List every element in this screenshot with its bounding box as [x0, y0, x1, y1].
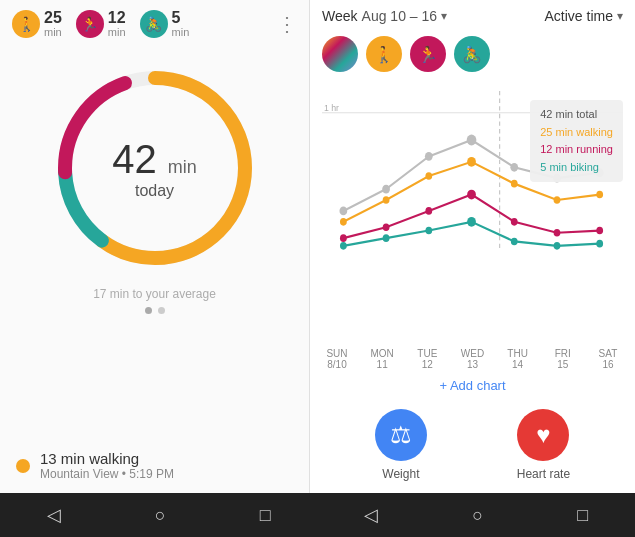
weight-icon: ⚖ [375, 409, 427, 461]
svg-point-17 [467, 157, 476, 167]
more-menu-icon[interactable]: ⋮ [277, 12, 297, 36]
tooltip-walk: 25 min walking [540, 124, 613, 142]
running-value: 12 [108, 10, 126, 26]
circular-progress-chart: 42 min today [45, 58, 265, 278]
week-selector[interactable]: Week Aug 10 – 16 ▾ [322, 8, 447, 24]
add-chart-label: + Add chart [439, 378, 505, 393]
svg-point-10 [467, 135, 477, 146]
svg-point-7 [339, 207, 347, 216]
running-stat[interactable]: 🏃 12 min [76, 10, 126, 38]
left-home-button[interactable]: ○ [155, 505, 166, 526]
running-filter-button[interactable]: 🏃 [410, 36, 446, 72]
right-recents-button[interactable]: □ [577, 505, 588, 526]
circle-today: today [112, 182, 197, 200]
svg-point-19 [554, 196, 561, 204]
heartrate-label: Heart rate [517, 467, 570, 481]
svg-point-33 [554, 242, 561, 250]
svg-text:1 hr: 1 hr [324, 102, 339, 113]
tooltip-bike: 5 min biking [540, 159, 613, 177]
right-back-button[interactable]: ◁ [364, 504, 378, 526]
svg-point-15 [383, 196, 390, 204]
right-home-button[interactable]: ○ [472, 505, 483, 526]
svg-point-14 [340, 218, 347, 226]
walking-stat[interactable]: 🚶 25 min [12, 10, 62, 38]
dot-1 [145, 307, 152, 314]
heartrate-chart-card[interactable]: ♥ Heart rate [517, 409, 570, 481]
biking-unit: min [172, 26, 190, 38]
activity-sub: Mountain View • 5:19 PM [40, 467, 174, 481]
activity-title: 13 min walking [40, 450, 174, 467]
left-recents-button[interactable]: □ [260, 505, 271, 526]
top-stats: 🚶 25 min 🏃 12 min 🚴 5 min [0, 0, 309, 48]
metric-dropdown-icon: ▾ [617, 9, 623, 23]
svg-point-20 [596, 191, 603, 199]
svg-point-23 [425, 207, 432, 215]
week-label: Week [322, 8, 358, 24]
svg-point-21 [340, 234, 347, 242]
heartrate-icon: ♥ [517, 409, 569, 461]
chart-area: 1 hr [310, 80, 635, 352]
svg-point-29 [383, 234, 390, 242]
tooltip-run: 12 min running [540, 141, 613, 159]
week-dropdown-icon: ▾ [441, 9, 447, 23]
svg-point-28 [340, 242, 347, 250]
tooltip-total: 42 min total [540, 106, 613, 124]
metric-selector[interactable]: Active time ▾ [545, 8, 623, 24]
left-nav: ◁ ○ □ [0, 493, 318, 537]
svg-point-30 [425, 227, 432, 235]
running-icon: 🏃 [76, 10, 104, 38]
page-dots [145, 307, 165, 314]
running-unit: min [108, 26, 126, 38]
walking-unit: min [44, 26, 62, 38]
circle-minutes: 42 min [112, 137, 197, 181]
left-panel: 🚶 25 min 🏃 12 min 🚴 5 min [0, 0, 310, 493]
bottom-nav: ◁ ○ □ ◁ ○ □ [0, 493, 635, 537]
week-range: Aug 10 – 16 [362, 8, 438, 24]
svg-point-16 [425, 172, 432, 180]
add-chart-button[interactable]: + Add chart [310, 370, 635, 401]
biking-stat[interactable]: 🚴 5 min [140, 10, 190, 38]
activity-icons-row: 🚶 🏃 🚴 [310, 32, 635, 80]
chart-tooltip: 42 min total 25 min walking 12 min runni… [530, 100, 623, 182]
weight-label: Weight [382, 467, 419, 481]
svg-point-25 [511, 218, 518, 226]
circle-subtitle: 17 min to your average [93, 287, 216, 301]
right-panel: Week Aug 10 – 16 ▾ Active time ▾ 🚶 🏃 🚴 1… [310, 0, 635, 493]
walking-value: 25 [44, 10, 62, 26]
svg-point-34 [596, 240, 603, 248]
weight-chart-card[interactable]: ⚖ Weight [375, 409, 427, 481]
svg-point-32 [511, 238, 518, 246]
extra-charts-row: ⚖ Weight ♥ Heart rate [310, 401, 635, 493]
walking-filter-button[interactable]: 🚶 [366, 36, 402, 72]
biking-icon: 🚴 [140, 10, 168, 38]
svg-point-9 [425, 152, 433, 161]
svg-point-27 [596, 227, 603, 235]
right-nav: ◁ ○ □ [318, 493, 636, 537]
all-activities-button[interactable] [322, 36, 358, 72]
activity-dot [16, 459, 30, 473]
svg-point-8 [382, 185, 390, 194]
activity-row[interactable]: 13 min walking Mountain View • 5:19 PM [0, 438, 309, 493]
biking-value: 5 [172, 10, 190, 26]
biking-filter-button[interactable]: 🚴 [454, 36, 490, 72]
right-header: Week Aug 10 – 16 ▾ Active time ▾ [310, 0, 635, 32]
svg-point-24 [467, 190, 476, 200]
svg-point-31 [467, 217, 476, 227]
svg-point-11 [510, 163, 518, 172]
svg-point-18 [511, 180, 518, 188]
svg-point-22 [383, 223, 390, 231]
walking-icon: 🚶 [12, 10, 40, 38]
svg-point-26 [554, 229, 561, 237]
left-back-button[interactable]: ◁ [47, 504, 61, 526]
metric-label: Active time [545, 8, 613, 24]
dot-2 [158, 307, 165, 314]
